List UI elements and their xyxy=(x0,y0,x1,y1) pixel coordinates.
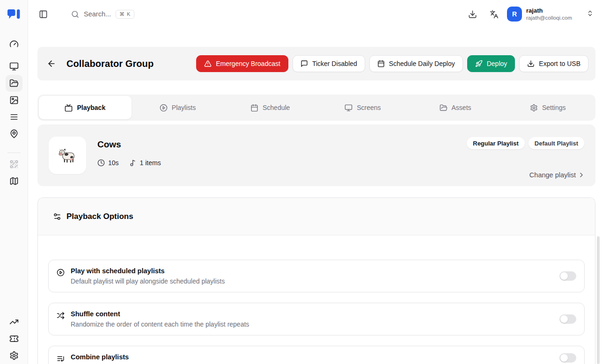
playlist-item-count-value: 1 items xyxy=(140,159,161,167)
option-row-shuffle-content: Shuffle content Randomize the order of c… xyxy=(48,303,585,335)
user-name: rajath xyxy=(526,7,572,15)
topbar: Search... ⌘ K R rajath rajath@colloqi.co… xyxy=(28,0,602,28)
playlist-title: Cows xyxy=(97,139,161,150)
option-text: Combine playlists xyxy=(71,353,129,361)
option-row-combine-playlists: Combine playlists xyxy=(48,346,585,364)
sidebar-item-dashboard[interactable] xyxy=(6,36,22,52)
settings-gear-icon xyxy=(9,351,19,360)
page-title: Collaborator Group xyxy=(66,58,154,69)
sidebar xyxy=(0,0,28,364)
playback-options-section: Playback Options Play with scheduled pla… xyxy=(37,197,595,364)
change-playlist-label: Change playlist xyxy=(529,171,576,179)
message-square-icon xyxy=(301,60,308,67)
combine-playlists-toggle[interactable] xyxy=(559,353,576,363)
sidebar-item-qr-codes[interactable] xyxy=(6,156,22,173)
deploy-label: Deploy xyxy=(487,60,507,67)
badge-default-playlist: Default Playlist xyxy=(529,137,584,149)
tab-settings-label: Settings xyxy=(542,104,566,111)
emergency-broadcast-label: Emergency Broadcast xyxy=(216,60,280,67)
analytics-trending-up-icon xyxy=(9,317,19,327)
toggle-knob xyxy=(560,315,568,323)
option-description: Default playlist will play alongside sch… xyxy=(71,277,225,285)
circle-play-icon xyxy=(57,269,65,277)
tab-playlists-label: Playlists xyxy=(172,104,196,111)
tab-screens[interactable]: Screens xyxy=(316,96,409,119)
sidebar-item-assets[interactable] xyxy=(6,92,22,109)
export-to-usb-button[interactable]: Export to USB xyxy=(519,55,588,72)
schedule-daily-deploy-button[interactable]: Schedule Daily Deploy xyxy=(369,55,463,72)
badge-regular-playlist: Regular Playlist xyxy=(467,137,525,149)
playback-options-header: Playback Options xyxy=(38,198,595,235)
tab-schedule[interactable]: Schedule xyxy=(224,96,316,119)
dashboard-gauge-icon xyxy=(9,39,19,49)
tab-playlists[interactable]: Playlists xyxy=(132,96,224,119)
sliders-icon xyxy=(53,212,61,221)
sidebar-item-screens[interactable] xyxy=(6,58,22,75)
change-playlist-link[interactable]: Change playlist xyxy=(529,171,585,179)
toggle-knob xyxy=(560,354,568,362)
playlist-duration-value: 10s xyxy=(108,159,119,167)
tab-bar: Playback Playlists Schedule Screens Asse… xyxy=(37,95,595,121)
option-text: Play with scheduled playlists Default pl… xyxy=(71,267,225,285)
user-email: rajath@colloqi.com xyxy=(526,15,572,21)
option-title: Play with scheduled playlists xyxy=(71,267,225,275)
avatar: R xyxy=(507,7,522,22)
clock-icon xyxy=(97,159,105,167)
user-meta: rajath rajath@colloqi.com xyxy=(526,7,572,22)
download-button[interactable] xyxy=(464,6,481,22)
shuffle-icon xyxy=(57,312,65,320)
sidebar-bottom-group xyxy=(6,313,22,364)
alert-triangle-icon xyxy=(204,60,212,67)
emergency-broadcast-button[interactable]: Emergency Broadcast xyxy=(196,55,288,72)
ticket-icon xyxy=(9,334,19,343)
sidebar-item-playlists[interactable] xyxy=(6,109,22,125)
shuffle-content-toggle[interactable] xyxy=(559,314,576,324)
vertical-scrollbar[interactable] xyxy=(597,236,600,364)
tab-settings[interactable]: Settings xyxy=(501,96,594,119)
chevron-right-icon xyxy=(578,171,585,179)
gear-icon xyxy=(530,104,538,112)
screens-monitor-icon xyxy=(9,62,19,71)
tab-playback-label: Playback xyxy=(77,104,105,111)
pisignage-logo-icon xyxy=(7,9,20,19)
circle-play-icon xyxy=(160,104,168,112)
ticker-disabled-button[interactable]: Ticker Disabled xyxy=(293,55,365,72)
search-input[interactable]: Search... ⌘ K xyxy=(71,10,134,19)
playlist-meta: 10s 1 items xyxy=(97,159,161,167)
export-to-usb-label: Export to USB xyxy=(539,60,580,67)
cow-image xyxy=(57,145,78,166)
search-shortcut-badge: ⌘ K xyxy=(116,10,134,19)
folders-open-icon xyxy=(9,79,19,88)
main-content: Collaborator Group Emergency Broadcast T… xyxy=(28,28,602,364)
back-button[interactable] xyxy=(43,55,60,72)
sidebar-divider xyxy=(7,153,21,153)
language-button[interactable] xyxy=(485,6,502,22)
panel-left-icon xyxy=(39,10,48,19)
user-menu[interactable]: R rajath rajath@colloqi.com xyxy=(507,7,594,22)
play-with-scheduled-toggle[interactable] xyxy=(559,271,576,281)
map-icon xyxy=(9,176,19,186)
app-logo xyxy=(0,0,28,28)
calendar-icon xyxy=(250,104,258,112)
sidebar-toggle-button[interactable] xyxy=(35,6,51,22)
app-window: Search... ⌘ K R rajath rajath@colloqi.co… xyxy=(0,0,602,364)
deploy-button[interactable]: Deploy xyxy=(467,55,515,72)
playlist-duration: 10s xyxy=(97,159,119,167)
sidebar-item-map[interactable] xyxy=(6,173,22,189)
rocket-icon xyxy=(475,60,483,67)
list-end-icon xyxy=(57,355,65,363)
sidebar-item-analytics[interactable] xyxy=(6,313,22,330)
chevrons-up-down-icon xyxy=(587,10,594,19)
playback-options-title: Playback Options xyxy=(66,212,133,221)
locations-pin-icon xyxy=(9,129,19,138)
media-image-icon xyxy=(9,95,19,105)
playlist-badges: Regular Playlist Default Playlist xyxy=(467,137,584,149)
tab-playback[interactable]: Playback xyxy=(39,96,132,119)
sidebar-item-locations[interactable] xyxy=(6,125,22,142)
qr-code-icon xyxy=(9,160,19,169)
sidebar-item-settings[interactable] xyxy=(6,347,22,364)
tab-schedule-label: Schedule xyxy=(263,104,290,111)
tab-assets[interactable]: Assets xyxy=(409,96,502,119)
sidebar-item-licenses[interactable] xyxy=(6,330,22,347)
sidebar-item-groups[interactable] xyxy=(6,75,22,92)
